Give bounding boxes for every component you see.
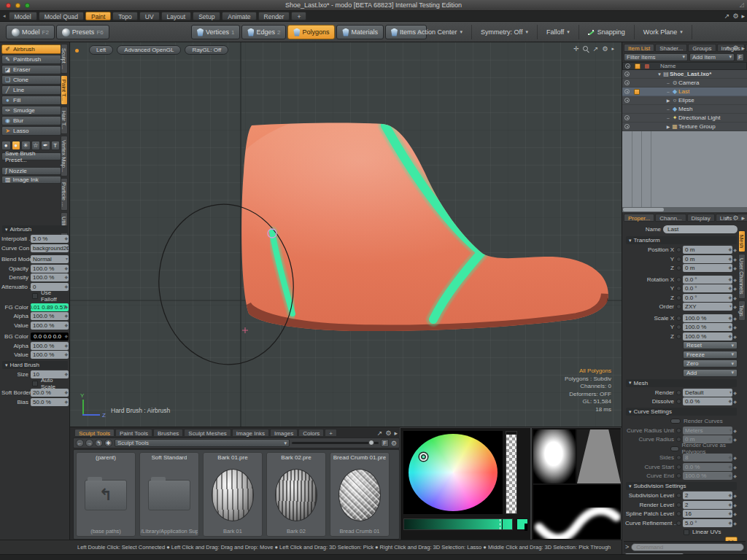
gear-icon[interactable]: ⚙	[391, 440, 397, 447]
star-brush-icon[interactable]: ☆	[31, 141, 41, 150]
field-bg-color[interactable]: 0.0 0.0 0.0◆	[31, 332, 69, 341]
field-alpha[interactable]: 100.0 %◆	[31, 312, 69, 320]
layout-tab-animate[interactable]: Animate	[222, 12, 256, 20]
tab-groups[interactable]: Groups	[688, 44, 716, 52]
eye-cell[interactable]	[622, 71, 632, 77]
value-bar[interactable]	[403, 518, 513, 530]
slider-knob[interactable]	[368, 440, 374, 446]
eye-cell[interactable]	[622, 80, 632, 85]
toolbar-button-edges[interactable]: Edges2	[241, 25, 286, 39]
text-brush-icon[interactable]: T	[51, 141, 61, 150]
expand-icon[interactable]: ↗	[377, 429, 383, 437]
keyframe-icon[interactable]: ◆	[732, 324, 738, 330]
command-input[interactable]	[631, 543, 744, 551]
field-value[interactable]: 100.0 %◆	[31, 322, 69, 330]
collapse-arrow-icon[interactable]: ▼	[657, 72, 662, 77]
eye-cell[interactable]	[622, 115, 632, 120]
forward-icon[interactable]: →	[85, 439, 93, 447]
gear-icon[interactable]: ⚙	[732, 12, 738, 20]
keyframe-icon[interactable]: ◆	[732, 316, 738, 321]
tool-paintbrush[interactable]: ✎Paintbrush	[1, 55, 61, 64]
channel-field-curve-end[interactable]: 100.0 %◆	[683, 472, 732, 480]
field-bias[interactable]: 50.0 %◆	[31, 398, 69, 406]
toolbar-button-presets[interactable]: PresetsF6	[56, 25, 109, 39]
keyframe-icon[interactable]: ◆	[732, 428, 738, 433]
eye-icon[interactable]	[624, 89, 630, 94]
channel-field-dissolve[interactable]: 0.0 %◆	[683, 397, 732, 405]
toolbar-button-model[interactable]: ModelF2	[6, 25, 55, 39]
expand-arrow-icon[interactable]: ▶	[665, 124, 671, 129]
eye-icon[interactable]	[624, 98, 630, 103]
tree-item-directional-light[interactable]: –✦Directional Light	[622, 114, 747, 122]
tree-item-elipse[interactable]: ▶○Elipse	[622, 96, 747, 105]
keyframe-icon[interactable]: ◆	[732, 334, 738, 339]
eye-icon[interactable]	[624, 124, 630, 129]
tool-fill[interactable]: ●Fill	[1, 96, 61, 105]
viewport-3d[interactable]: LeftAdvanced OpenGLRayGL: Off ✛ ↗ ⚙ ▸	[70, 42, 622, 427]
channel-field-curve-radius[interactable]: 0 m◆	[683, 435, 732, 443]
keyframe-icon[interactable]: ◆	[732, 464, 738, 470]
keyframe-icon[interactable]: ◆	[732, 521, 738, 526]
section-header-transform[interactable]: ▾Transform	[626, 236, 737, 244]
layout-tab-paint[interactable]: Paint	[85, 12, 111, 20]
channel-toggle[interactable]	[676, 286, 681, 291]
field-curve-con[interactable]: background2D▾	[31, 244, 69, 252]
channel-toggle[interactable]	[676, 521, 681, 526]
field-soft-border[interactable]: 20.0 %◆	[31, 389, 69, 397]
section-header-hard-brush[interactable]: ▾Hard Brush	[2, 361, 68, 369]
tree-item-shoe-last-lxo[interactable]: ▼▤Shoe_Last.lxo*	[622, 70, 747, 79]
palette-tab-sculpt[interactable]: Sculpt ...	[61, 44, 68, 74]
arrow-right-icon[interactable]: ▸	[741, 12, 745, 20]
tab-paint-tools[interactable]: Paint Tools	[115, 429, 152, 437]
layout-scroll-left-icon[interactable]: ◂	[3, 13, 6, 19]
preset-path-dropdown[interactable]: Sculpt Tools▾	[115, 439, 290, 447]
expand-icon[interactable]: ↗	[593, 45, 599, 52]
palette-tab-hair-t[interactable]: Hair T...	[61, 106, 68, 134]
channel-field-order[interactable]: ZXY▾	[683, 303, 732, 311]
eye-icon[interactable]	[624, 71, 630, 77]
channel-toggle[interactable]	[676, 316, 681, 321]
keyframe-icon[interactable]: ◆	[732, 399, 738, 404]
back-icon[interactable]: ←	[76, 439, 84, 447]
keyframe-icon[interactable]: ◆	[732, 265, 738, 271]
layout-tab-item[interactable]: +	[291, 12, 306, 20]
field-size[interactable]: 10◆	[31, 370, 69, 378]
eye-icon[interactable]	[624, 115, 630, 120]
channel-field-scale-x[interactable]: 100.0 %◆	[683, 314, 732, 322]
preset-card-soft-standard[interactable]: Soft Standard/Library/Application Sup...	[139, 452, 199, 537]
tool-line[interactable]: ╱Line	[1, 85, 61, 95]
checkbox-auto-scale[interactable]	[32, 381, 38, 386]
section-header-subdivision-settings[interactable]: ▾Subdivision Settings	[626, 482, 737, 490]
channel-field-spline-patch-level[interactable]: 16◆	[683, 510, 732, 518]
gear-icon[interactable]: ⚙	[602, 45, 608, 52]
channel-field-render-level[interactable]: 2◆	[683, 501, 732, 509]
channel-toggle[interactable]	[676, 324, 681, 330]
current-color-swatch[interactable]	[516, 518, 528, 530]
arrow-right-icon[interactable]: ▸	[611, 46, 614, 52]
channel-toggle[interactable]	[676, 455, 681, 460]
expand-icon[interactable]: ↗	[724, 12, 730, 20]
tool-eraser[interactable]: ◪Eraser	[1, 65, 61, 74]
channel-toggle[interactable]	[676, 464, 681, 470]
expand-arrow-icon[interactable]: ▶	[665, 98, 671, 103]
button-reset[interactable]: Reset▾	[683, 341, 738, 349]
tab-chann[interactable]: Chann...	[655, 214, 686, 222]
channel-toggle[interactable]	[676, 334, 681, 339]
palette-tab-vertex-map[interactable]: Vertex Map...	[61, 136, 68, 176]
tool-airbrush[interactable]: ✐Airbrush	[1, 44, 61, 54]
tab-images[interactable]: Images	[270, 429, 298, 437]
toggle-render-curves[interactable]	[670, 419, 681, 424]
channel-field-y[interactable]: 0.0 °◆	[683, 284, 732, 292]
channel-toggle[interactable]	[676, 493, 681, 498]
paint-cell[interactable]	[632, 89, 641, 95]
section-header-airbrush[interactable]: ▾Airbrush	[2, 225, 68, 233]
tab-display[interactable]: Display	[687, 214, 715, 222]
channel-field-render[interactable]: Default▾	[683, 389, 732, 397]
channel-toggle[interactable]	[676, 257, 681, 262]
channel-toggle[interactable]	[676, 247, 681, 252]
toolbar-item-falloff[interactable]: Falloff▾	[538, 25, 579, 39]
channel-toggle[interactable]	[676, 390, 681, 395]
field-alpha[interactable]: 100.0 %◆	[31, 342, 69, 350]
expand-icon[interactable]: ↗	[724, 44, 730, 52]
tool-smudge[interactable]: ✑Smudge	[1, 106, 61, 115]
